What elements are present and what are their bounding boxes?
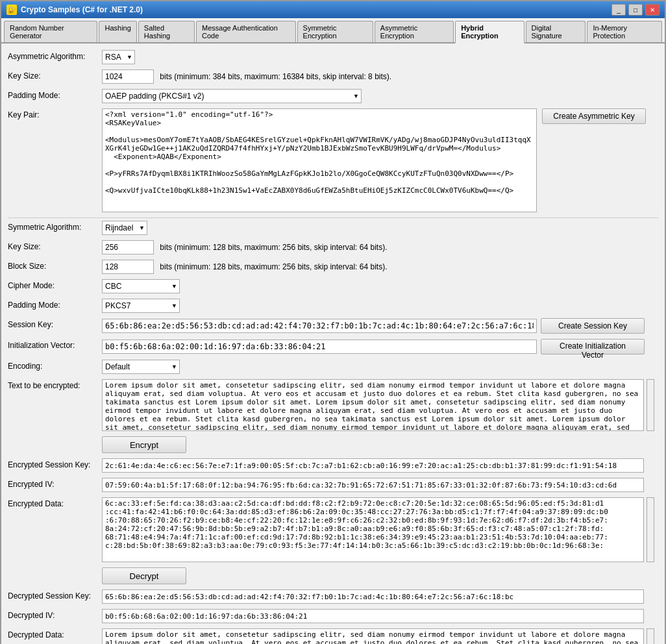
enc-session-key-label: Encrypted Session Key: [8, 458, 102, 469]
enc-session-key-input[interactable] [102, 458, 644, 473]
block-size-label: Block Size: [8, 260, 102, 271]
enc-data-row: Encrypted Data: [8, 497, 658, 562]
block-size-row: Block Size: bits (minimum: 128 bits, max… [8, 260, 658, 274]
asym-algorithm-select[interactable]: RSA DSA [102, 50, 135, 64]
sym-key-size-control: bits (minimum: 128 bits, maximum: 256 bi… [102, 240, 658, 254]
session-key-row: Session Key: Create Session Key [8, 318, 658, 334]
text-encrypt-control [102, 379, 658, 431]
dec-iv-control [102, 609, 658, 623]
dec-session-key-control [102, 589, 658, 604]
session-key-input[interactable] [102, 319, 537, 333]
enc-data-textarea[interactable] [102, 497, 644, 562]
create-iv-button[interactable]: Create Initialization Vector [541, 339, 645, 354]
dec-session-key-label: Decrypted Session Key: [8, 589, 102, 601]
tab-digital-signature[interactable]: Digital Signature [526, 21, 586, 42]
asym-padding-control: OAEP padding (PKCS#1 v2) PKCS#1 v1.5 [102, 89, 658, 103]
key-pair-textarea[interactable] [102, 108, 537, 212]
dec-session-key-input[interactable] [102, 589, 644, 604]
enc-session-key-control [102, 458, 658, 473]
decrypt-btn-control: Decrypt [102, 567, 658, 584]
sym-padding-select[interactable]: PKCS7 None Zeros ANSIX923 ISO10126 [102, 299, 180, 313]
create-asym-key-button[interactable]: Create Asymmetric Key [542, 108, 646, 124]
asym-key-size-label: Key Size: [8, 69, 102, 80]
enc-data-label: Encrypted Data: [8, 497, 102, 508]
main-window: 🔐 Crypto Samples (C# for .NET 2.0) _ □ ✕… [0, 0, 666, 644]
dec-iv-label: Decrypted IV: [8, 609, 102, 620]
dec-data-row: Decrypted Data: [8, 628, 658, 644]
decrypt-btn-row: Decrypt [8, 567, 658, 584]
sym-padding-row: Padding Mode: PKCS7 None Zeros ANSIX923 … [8, 299, 658, 313]
text-encrypt-row: Text to be encrypted: [8, 379, 658, 431]
encoding-select[interactable]: Default Unicode UTF-8 ASCII [102, 360, 180, 374]
dec-data-textarea[interactable] [102, 628, 644, 644]
window-title: Crypto Samples (C# for .NET 2.0) [21, 5, 143, 14]
minimize-button[interactable]: _ [611, 4, 626, 16]
enc-iv-label: Encrypted IV: [8, 478, 102, 489]
asym-key-size-row: Key Size: bits (minimum: 384 bits, maxim… [8, 69, 658, 84]
dec-data-label: Decrypted Data: [8, 628, 102, 639]
session-key-control: Create Session Key [102, 318, 658, 334]
encrypt-button[interactable]: Encrypt [102, 436, 186, 453]
asym-algorithm-select-wrap: RSA DSA [102, 50, 135, 64]
cipher-mode-control: CBC ECB OFB CFB CTS [102, 279, 658, 293]
sym-key-size-info: bits (minimum: 128 bits, maximum: 256 bi… [160, 243, 387, 252]
sym-padding-select-wrap: PKCS7 None Zeros ANSIX923 ISO10126 [102, 299, 180, 313]
sym-algorithm-label: Symmetric Algorithm: [8, 221, 102, 232]
asym-key-size-control: bits (minimum: 384 bits, maximum: 16384 … [102, 69, 658, 84]
sym-algorithm-select-wrap: Rijndael AES DES 3DES [102, 221, 147, 235]
tab-in-memory[interactable]: In-Memory Protection [587, 21, 662, 42]
iv-input[interactable] [102, 340, 537, 354]
block-size-input[interactable] [102, 260, 154, 274]
dec-iv-input[interactable] [102, 609, 644, 623]
decrypt-spacer [8, 567, 102, 569]
text-to-encrypt-textarea[interactable] [102, 379, 644, 431]
asym-padding-label: Padding Mode: [8, 89, 102, 100]
tab-random-number[interactable]: Random Number Generator [4, 21, 97, 42]
tab-hashing[interactable]: Hashing [99, 21, 136, 42]
encoding-control: Default Unicode UTF-8 ASCII [102, 360, 658, 374]
block-size-info: bits (minimum: 128 bits, maximum: 256 bi… [160, 262, 387, 271]
iv-row: Initialization Vector: Create Initializa… [8, 339, 658, 354]
sym-key-size-input[interactable] [102, 240, 154, 254]
dec-data-scrollbar[interactable] [647, 628, 654, 644]
enc-data-control [102, 497, 658, 562]
asym-padding-select[interactable]: OAEP padding (PKCS#1 v2) PKCS#1 v1.5 [102, 89, 362, 103]
sym-key-size-label: Key Size: [8, 240, 102, 251]
dec-iv-row: Decrypted IV: [8, 609, 658, 623]
asym-key-size-input[interactable] [102, 69, 154, 84]
enc-iv-row: Encrypted IV: [8, 478, 658, 492]
asym-algorithm-control: RSA DSA [102, 50, 658, 64]
dec-session-key-row: Decrypted Session Key: [8, 589, 658, 604]
sym-algorithm-select[interactable]: Rijndael AES DES 3DES [102, 221, 147, 235]
sym-key-size-row: Key Size: bits (minimum: 128 bits, maxim… [8, 240, 658, 254]
tab-asymmetric[interactable]: Asymmetric Encryption [375, 21, 454, 42]
maximize-button[interactable]: □ [628, 4, 643, 16]
sym-padding-control: PKCS7 None Zeros ANSIX923 ISO10126 [102, 299, 658, 313]
decrypt-button[interactable]: Decrypt [102, 567, 186, 584]
asym-padding-row: Padding Mode: OAEP padding (PKCS#1 v2) P… [8, 89, 658, 103]
asym-padding-select-wrap: OAEP padding (PKCS#1 v2) PKCS#1 v1.5 [102, 89, 362, 103]
block-size-control: bits (minimum: 128 bits, maximum: 256 bi… [102, 260, 658, 274]
cipher-mode-label: Cipher Mode: [8, 279, 102, 290]
enc-iv-input[interactable] [102, 478, 644, 492]
encoding-row: Encoding: Default Unicode UTF-8 ASCII [8, 360, 658, 374]
cipher-mode-select[interactable]: CBC ECB OFB CFB CTS [102, 279, 180, 293]
key-pair-row: Key Pair: Create Asymmetric Key [8, 108, 658, 212]
window-controls: _ □ ✕ [611, 4, 660, 16]
session-key-label: Session Key: [8, 318, 102, 329]
tab-hybrid[interactable]: Hybrid Encryption [455, 21, 524, 43]
tab-salted-hashing[interactable]: Salted Hashing [138, 21, 195, 42]
title-bar: 🔐 Crypto Samples (C# for .NET 2.0) _ □ ✕ [1, 1, 665, 18]
close-button[interactable]: ✕ [645, 4, 660, 16]
enc-data-scrollbar[interactable] [647, 497, 654, 562]
cipher-mode-select-wrap: CBC ECB OFB CFB CTS [102, 279, 180, 293]
encrypt-btn-control: Encrypt [102, 436, 658, 453]
text-encrypt-scrollbar[interactable] [647, 379, 654, 431]
encrypt-spacer [8, 436, 102, 438]
dec-data-control [102, 628, 658, 644]
tab-mac[interactable]: Message Authentication Code [196, 21, 296, 42]
tab-symmetric[interactable]: Symmetric Encryption [297, 21, 373, 42]
iv-label: Initialization Vector: [8, 339, 102, 350]
create-session-key-button[interactable]: Create Session Key [541, 318, 645, 334]
app-icon: 🔐 [6, 5, 17, 15]
